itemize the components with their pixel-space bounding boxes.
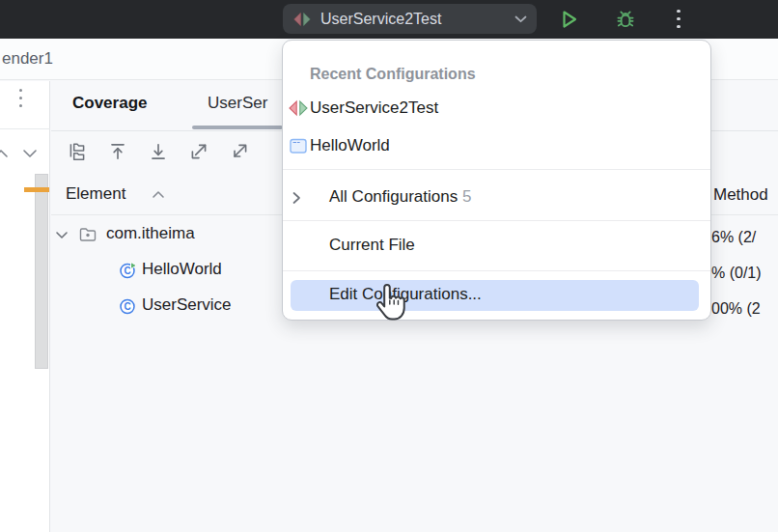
menu-separator (283, 169, 710, 170)
junit-config-icon (292, 10, 312, 29)
class-label: UserService (142, 295, 232, 315)
configurations-count: 5 (462, 187, 471, 206)
left-strip-divider (0, 128, 50, 129)
navigate-up-icon[interactable] (107, 141, 128, 162)
menu-item-label: Edit Configurations... (329, 285, 482, 304)
coverage-toolbar (67, 138, 250, 165)
chevron-down-icon[interactable] (22, 148, 38, 159)
menu-item-label: UserService2Test (310, 98, 438, 118)
coverage-marker (24, 187, 49, 192)
menu-item-label: All Configurations 5 (329, 187, 471, 207)
column-header-element[interactable]: Element (66, 184, 125, 204)
navigate-down-icon[interactable] (148, 141, 169, 162)
class-label: HelloWorld (142, 260, 222, 279)
flatten-packages-icon[interactable] (67, 141, 88, 162)
menu-item-label: HelloWorld (310, 136, 390, 155)
method-coverage-value: 6% (2/ (711, 229, 778, 246)
run-button[interactable] (557, 8, 580, 31)
class-icon: C (119, 296, 138, 316)
menu-item-current-file[interactable]: Current File (283, 232, 710, 261)
application-config-icon (288, 135, 309, 156)
arrow-out-icon[interactable] (188, 141, 209, 162)
ide-screen: UserService2Test ender1 (0, 0, 778, 532)
run-configuration-selector[interactable]: UserService2Test (283, 4, 537, 34)
editor-scrollbar-thumb[interactable] (35, 174, 48, 369)
panel-options-kebab-icon[interactable] (15, 89, 25, 118)
coverage-suite-tab[interactable]: UserSer (208, 94, 267, 113)
more-actions-button[interactable] (673, 10, 684, 31)
runnable-class-icon: C (119, 261, 138, 280)
method-coverage-value: 00% (2 (711, 300, 778, 318)
svg-text:C: C (124, 266, 130, 276)
main-toolbar: UserService2Test (0, 0, 778, 39)
menu-item-userservice2test[interactable]: UserService2Test (283, 95, 710, 124)
junit-config-icon (288, 98, 309, 119)
run-configurations-dropdown: Recent Configurations UserService2Test H… (282, 40, 711, 321)
menu-separator (283, 220, 710, 221)
arrow-in-icon[interactable] (229, 141, 250, 162)
menu-item-edit-configurations[interactable]: Edit Configurations... (291, 280, 699, 311)
menu-separator (283, 270, 710, 271)
editor-tab[interactable]: ender1 (2, 49, 53, 69)
chevron-down-icon (514, 15, 527, 23)
sort-ascending-icon (152, 190, 165, 199)
menu-item-all-configurations[interactable]: All Configurations 5 (283, 183, 710, 212)
run-configuration-label: UserService2Test (320, 11, 514, 28)
package-icon (78, 225, 97, 244)
debug-button[interactable] (614, 8, 637, 31)
coverage-panel-title: Coverage (72, 94, 147, 113)
expander-chevron-down-icon[interactable] (55, 231, 69, 239)
svg-text:C: C (124, 301, 130, 312)
package-label: com.itheima (106, 224, 195, 243)
recent-configurations-label: Recent Configurations (310, 66, 476, 83)
menu-item-helloworld[interactable]: HelloWorld (283, 132, 710, 161)
selected-tab-underline (192, 126, 283, 129)
chevron-right-icon (292, 191, 301, 205)
editor-column (0, 81, 50, 532)
method-coverage-value: % (0/1) (711, 265, 778, 282)
column-header-method[interactable]: Method (713, 185, 778, 205)
menu-item-label: Current File (329, 236, 415, 255)
chevron-up-icon[interactable] (0, 148, 9, 159)
